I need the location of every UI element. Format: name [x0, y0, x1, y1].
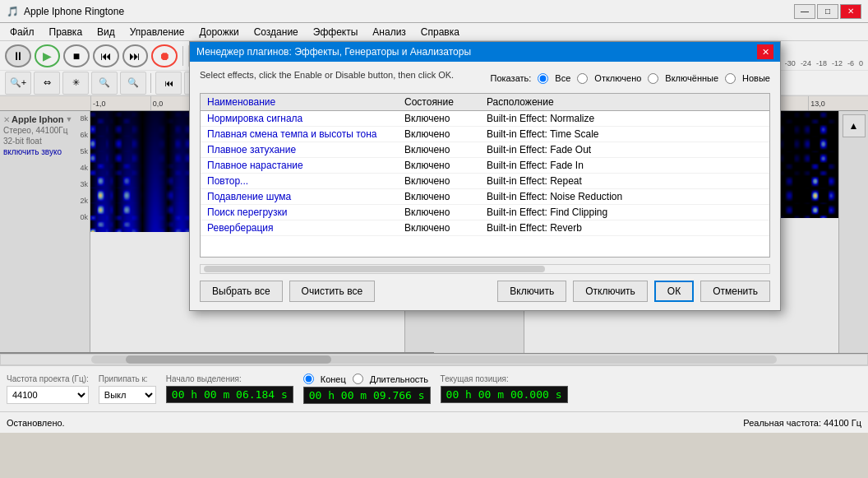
col-header-state: Состояние — [398, 94, 480, 111]
cell-name-0: Нормировка сигнала — [201, 111, 398, 127]
clear-all-button[interactable]: Очистить все — [289, 281, 375, 302]
cell-location-3: Built-in Effect: Fade In — [480, 158, 769, 174]
col-header-location: Расположение — [480, 94, 769, 111]
dialog-title: Менеджер плагинов: Эффекты, Генераторы и… — [196, 46, 471, 58]
plugin-table-body: Нормировка сигнала Включено Built-in Eff… — [201, 111, 769, 236]
radio-enabled[interactable] — [648, 73, 658, 84]
plugin-table-container[interactable]: Наименование Состояние Расположение Норм… — [200, 93, 770, 258]
cell-state-0: Включено — [398, 111, 480, 127]
cell-state-2: Включено — [398, 142, 480, 158]
radio-all[interactable] — [538, 73, 548, 84]
dialog-footer: Выбрать все Очистить все Включить Отключ… — [200, 281, 770, 302]
cell-location-2: Built-in Effect: Fade Out — [480, 142, 769, 158]
table-row[interactable]: Плавная смена темпа и высоты тона Включе… — [201, 127, 769, 142]
table-row[interactable]: Плавное затухание Включено Built-in Effe… — [201, 142, 769, 158]
dialog-instruction: Select effects, click the Enable or Disa… — [200, 70, 454, 80]
radio-disabled[interactable] — [577, 73, 588, 84]
dialog-overlay: Менеджер плагинов: Эффекты, Генераторы и… — [0, 0, 868, 478]
col-header-name: Наименование — [201, 94, 398, 111]
plugin-table: Наименование Состояние Расположение Норм… — [201, 94, 769, 236]
cell-location-1: Built-in Effect: Time Scale — [480, 127, 769, 142]
cell-state-4: Включено — [398, 174, 480, 189]
cell-state-5: Включено — [398, 189, 480, 205]
cell-state-1: Включено — [398, 127, 480, 142]
radio-disabled-label: Отключено — [594, 73, 641, 83]
cell-name-3: Плавное нарастание — [201, 158, 398, 174]
dialog-title-bar: Менеджер плагинов: Эффекты, Генераторы и… — [190, 42, 780, 62]
select-all-button[interactable]: Выбрать все — [200, 281, 283, 302]
cell-location-4: Built-in Effect: Repeat — [480, 174, 769, 189]
radio-all-label: Все — [555, 73, 570, 83]
dialog-footer-left: Выбрать все Очистить все — [200, 281, 375, 302]
cell-name-7: Реверберация — [201, 220, 398, 236]
table-row[interactable]: Подавление шума Включено Built-in Effect… — [201, 189, 769, 205]
table-row[interactable]: Нормировка сигнала Включено Built-in Eff… — [201, 111, 769, 127]
enable-button[interactable]: Включить — [497, 281, 566, 302]
plugin-manager-dialog: Менеджер плагинов: Эффекты, Генераторы и… — [189, 41, 781, 311]
cell-name-6: Поиск перегрузки — [201, 205, 398, 220]
cell-state-6: Включено — [398, 205, 480, 220]
radio-new[interactable] — [725, 73, 736, 84]
cell-location-5: Built-in Effect: Noise Reduction — [480, 189, 769, 205]
cell-state-7: Включено — [398, 220, 480, 236]
cell-name-2: Плавное затухание — [201, 142, 398, 158]
cell-name-5: Подавление шума — [201, 189, 398, 205]
ok-button[interactable]: ОК — [654, 281, 694, 302]
table-row[interactable]: Плавное нарастание Включено Built-in Eff… — [201, 158, 769, 174]
cell-name-4: Повтор... — [201, 174, 398, 189]
cell-location-6: Built-in Effect: Find Clipping — [480, 205, 769, 220]
radio-enabled-label: Включённые — [665, 73, 718, 83]
dialog-header-row: Select effects, click the Enable or Disa… — [200, 70, 770, 86]
radio-new-label: Новые — [742, 73, 770, 83]
dialog-h-scroll[interactable] — [200, 264, 770, 274]
disable-button[interactable]: Отключить — [573, 281, 648, 302]
table-row[interactable]: Поиск перегрузки Включено Built-in Effec… — [201, 205, 769, 220]
dialog-close-button[interactable]: ✕ — [757, 44, 773, 59]
dialog-body: Select effects, click the Enable or Disa… — [190, 62, 780, 310]
table-row[interactable]: Реверберация Включено Built-in Effect: R… — [201, 220, 769, 236]
table-header-row: Наименование Состояние Расположение — [201, 94, 769, 111]
show-label: Показать: — [491, 73, 532, 83]
dialog-footer-right: Включить Отключить ОК Отменить — [497, 281, 770, 302]
cell-location-7: Built-in Effect: Reverb — [480, 220, 769, 236]
show-radio-group: Показать: Все Отключено Включённые Новые — [491, 73, 770, 84]
cell-name-1: Плавная смена темпа и высоты тона — [201, 127, 398, 142]
table-row[interactable]: Повтор... Включено Built-in Effect: Repe… — [201, 174, 769, 189]
cell-location-0: Built-in Effect: Normalize — [480, 111, 769, 127]
cell-state-3: Включено — [398, 158, 480, 174]
cancel-button[interactable]: Отменить — [700, 281, 770, 302]
